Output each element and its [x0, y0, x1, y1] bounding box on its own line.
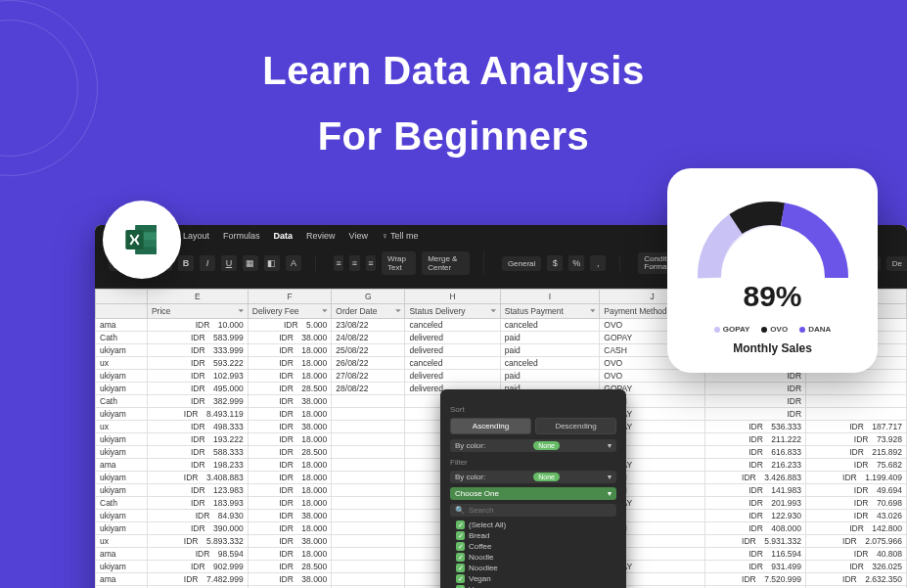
checkbox-icon[interactable]: ✓: [456, 564, 465, 572]
merge-center-button[interactable]: Merge & Center: [422, 251, 470, 275]
underline-icon[interactable]: U: [221, 255, 237, 271]
cell[interactable]: [332, 522, 405, 535]
ribbon-tab-formulas[interactable]: Formulas: [223, 231, 260, 241]
column-letter[interactable]: H: [405, 290, 500, 304]
cell[interactable]: IDR 536.333: [705, 421, 806, 433]
cell[interactable]: IDR 10.000: [147, 319, 248, 332]
align-bot-icon[interactable]: ≡: [366, 255, 376, 271]
cell[interactable]: [332, 446, 405, 459]
filter-dropdown-icon[interactable]: [489, 306, 498, 315]
bold-icon[interactable]: B: [178, 255, 194, 271]
cell[interactable]: IDR 3.426.883: [705, 472, 806, 484]
cell[interactable]: IDR 2.632.350: [806, 573, 907, 586]
cell[interactable]: IDR 1.199.409: [806, 472, 907, 484]
delete-button[interactable]: De: [886, 256, 907, 271]
cell[interactable]: IDR 8.493.119: [147, 408, 248, 421]
checkbox-icon[interactable]: ✓: [456, 520, 465, 529]
cell[interactable]: Cath: [96, 497, 148, 510]
cell[interactable]: IDR 18.000: [248, 548, 332, 561]
font-color-icon[interactable]: A: [286, 255, 301, 271]
cell[interactable]: IDR 931.499: [705, 561, 806, 573]
chevron-down-icon[interactable]: ▾: [608, 473, 612, 481]
filter-dropdown-icon[interactable]: [588, 306, 597, 315]
cell[interactable]: IDR 498.333: [147, 421, 248, 433]
cell[interactable]: 25/08/22: [332, 344, 405, 357]
ribbon-tab-review[interactable]: Review: [306, 231, 336, 241]
ribbon-tab-data[interactable]: Data: [274, 231, 294, 241]
checkbox-icon[interactable]: ✓: [456, 574, 465, 583]
currency-icon[interactable]: $: [547, 255, 563, 271]
column-letter[interactable]: I: [500, 290, 600, 304]
cell[interactable]: canceled: [500, 319, 600, 332]
cell[interactable]: IDR 2.075.966: [806, 535, 907, 548]
cell[interactable]: IDR 198.233: [147, 459, 248, 472]
cell[interactable]: IDR 38.000: [248, 332, 332, 344]
chevron-down-icon[interactable]: ▾: [608, 441, 612, 450]
cell[interactable]: IDR 215.892: [806, 446, 907, 459]
percent-icon[interactable]: %: [568, 255, 584, 271]
cell[interactable]: IDR 588.333: [147, 446, 248, 459]
cell[interactable]: delivered: [405, 370, 500, 383]
cell[interactable]: IDR 18.000: [248, 459, 332, 472]
cell[interactable]: ux: [96, 421, 148, 433]
cell[interactable]: IDR 187.717: [806, 421, 907, 433]
cell[interactable]: canceled: [500, 357, 600, 370]
cell[interactable]: [332, 535, 405, 548]
cell[interactable]: [332, 573, 405, 586]
cell[interactable]: IDR 75.682: [806, 459, 907, 472]
cell[interactable]: paid: [500, 332, 600, 344]
column-header[interactable]: Status Payment: [500, 304, 600, 319]
cell[interactable]: IDR 216.233: [705, 459, 806, 472]
filter-check-item[interactable]: ✓Vegan: [456, 574, 616, 583]
cell[interactable]: ukiyam: [96, 370, 148, 383]
fill-color-icon[interactable]: ◧: [264, 255, 280, 271]
filter-dropdown-icon[interactable]: [320, 306, 329, 315]
filter-dropdown-icon[interactable]: [393, 306, 402, 315]
cell[interactable]: IDR 390.000: [147, 522, 248, 535]
cell[interactable]: 28/08/22: [332, 383, 405, 395]
cell[interactable]: IDR 43.026: [806, 510, 907, 522]
align-mid-icon[interactable]: ≡: [349, 255, 359, 271]
ribbon-tab-view[interactable]: View: [349, 231, 368, 241]
cell[interactable]: ukiyam: [96, 408, 148, 421]
cell[interactable]: IDR 211.222: [705, 433, 806, 446]
cell[interactable]: IDR 28.500: [248, 561, 332, 573]
cell[interactable]: ukiyam: [96, 522, 148, 535]
cell[interactable]: 23/08/22: [332, 319, 405, 332]
align-top-icon[interactable]: ≡: [334, 255, 343, 271]
cell[interactable]: [332, 472, 405, 484]
cell[interactable]: ukiyam: [96, 484, 148, 497]
cell[interactable]: IDR 18.000: [248, 433, 332, 446]
cell[interactable]: ukiyam: [96, 433, 148, 446]
column-header[interactable]: Order Date: [332, 304, 405, 319]
cell[interactable]: IDR 98.594: [147, 548, 248, 561]
cell[interactable]: [332, 497, 405, 510]
column-header[interactable]: Delivery Fee: [248, 304, 332, 319]
filter-check-item[interactable]: ✓Noodlee: [456, 564, 616, 572]
cell[interactable]: delivered: [405, 332, 500, 344]
cell[interactable]: IDR 5.931.332: [705, 535, 806, 548]
cell[interactable]: paid: [500, 344, 600, 357]
cell[interactable]: IDR 5.893.332: [147, 535, 248, 548]
cell[interactable]: IDR 408.000: [705, 522, 806, 535]
cell[interactable]: ukiyam: [96, 561, 148, 573]
column-header[interactable]: Price: [147, 304, 248, 319]
cell[interactable]: IDR 141.983: [705, 484, 806, 497]
cell[interactable]: ukiyam: [96, 510, 148, 522]
cell[interactable]: Cath: [96, 395, 148, 408]
color-none-pill[interactable]: None: [533, 441, 560, 450]
cell[interactable]: IDR: [705, 408, 806, 421]
sort-ascending-button[interactable]: Ascending: [450, 418, 531, 434]
filter-check-item[interactable]: ✓(Select All): [456, 520, 616, 529]
cell[interactable]: IDR 201.993: [705, 497, 806, 510]
ribbon-tab-tellme[interactable]: ♀ Tell me: [382, 231, 419, 241]
cell[interactable]: [806, 408, 907, 421]
cell[interactable]: IDR 495.000: [147, 383, 248, 395]
cell[interactable]: IDR 326.025: [806, 561, 907, 573]
cell[interactable]: [806, 383, 907, 395]
filter-search-input[interactable]: Search: [469, 506, 493, 515]
checkbox-icon[interactable]: ✓: [456, 542, 465, 551]
cell[interactable]: ukiyam: [96, 446, 148, 459]
cell[interactable]: Cath: [96, 332, 148, 344]
cell[interactable]: IDR 84.930: [147, 510, 248, 522]
